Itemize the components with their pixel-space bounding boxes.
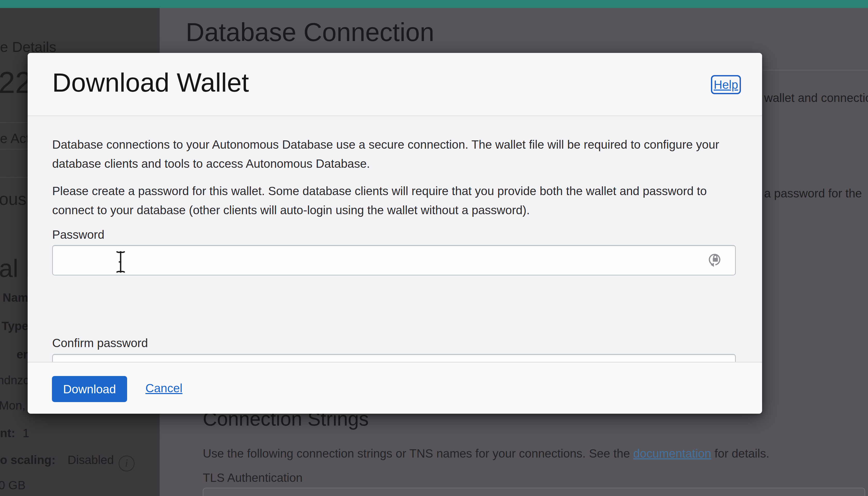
screen: e Details 220 e Act ous al I Nam Type en…: [0, 0, 868, 496]
sidebar-auto-scaling-row: o scaling: Disabledi: [0, 453, 135, 471]
download-wallet-dialog: Download Wallet Help Database connection…: [28, 53, 762, 413]
password-label: Password: [52, 227, 104, 242]
dialog-title: Download Wallet: [52, 68, 249, 97]
connection-strings-paragraph: Use the following connection strings or …: [203, 446, 769, 461]
help-link-label[interactable]: Help: [714, 78, 738, 92]
cancel-link[interactable]: Cancel: [146, 381, 182, 395]
documentation-link[interactable]: documentation: [633, 447, 711, 460]
paragraph-prefix: Use the following connection strings or …: [203, 447, 633, 460]
auto-scaling-value: Disabled: [68, 453, 114, 467]
info-icon[interactable]: i: [119, 455, 135, 471]
sidebar-name-label-fragment: Nam: [3, 291, 28, 305]
sidebar-ocpu-count-row: nt: 1: [0, 426, 29, 440]
top-nav-bar: [0, 0, 868, 8]
tls-authentication-label: TLS Authentication: [203, 470, 302, 485]
sidebar-general-information-fragment: al I: [0, 254, 32, 283]
sidebar-storage-fragment: 0 GB: [0, 478, 26, 492]
ocpu-count-label-fragment: nt:: [0, 426, 15, 440]
download-button[interactable]: Download: [52, 376, 127, 402]
dialog-footer: Download Cancel: [28, 362, 762, 414]
page-title: Database Connection: [186, 19, 434, 45]
tls-connection-string-box[interactable]: [203, 488, 865, 496]
paragraph-suffix: for details.: [711, 447, 769, 460]
dialog-body: Database connections to your Autonomous …: [28, 116, 762, 362]
help-button[interactable]: Help: [711, 75, 741, 94]
clipped-banner-text: wallet and connectio: [764, 91, 868, 105]
sidebar-type-label-fragment: Type: [2, 319, 28, 333]
wallet-description-paragraph: Database connections to your Autonomous …: [52, 135, 732, 173]
lock-reset-icon[interactable]: [708, 252, 722, 267]
ocpu-count-value: 1: [23, 426, 29, 440]
sidebar-ocid-fragment: ndnzc: [0, 373, 29, 387]
password-instructions-paragraph: Please create a password for this wallet…: [52, 182, 732, 220]
clipped-paragraph-text: a password for the: [764, 186, 862, 200]
sidebar-more-actions-fragment[interactable]: e Act: [0, 130, 30, 146]
text-cursor-pointer: [116, 251, 126, 273]
sidebar-autonomous-fragment: ous: [0, 189, 26, 209]
password-input[interactable]: [52, 245, 736, 275]
dialog-header: Download Wallet Help: [28, 53, 762, 116]
confirm-password-label: Confirm password: [52, 336, 148, 350]
auto-scaling-label-fragment: o scaling:: [0, 453, 56, 467]
